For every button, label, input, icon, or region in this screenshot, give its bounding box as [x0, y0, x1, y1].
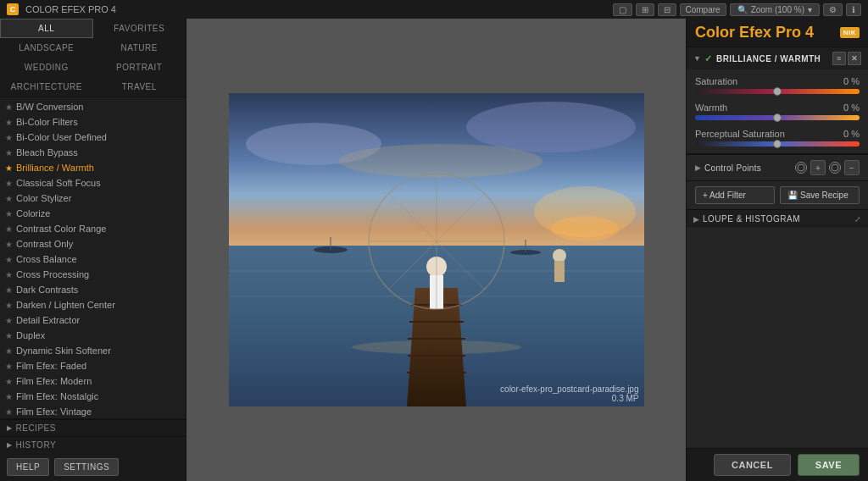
recipes-section[interactable]: ▶ RECIPES [0, 419, 186, 436]
saturation-label: Saturation [695, 76, 737, 86]
filter-item[interactable]: ★Colorize [0, 206, 186, 221]
help-button[interactable]: HELP [7, 458, 49, 476]
info-btn[interactable]: ℹ [846, 3, 861, 16]
main-layout: ALL FAVORITES LANDSCAPE NATURE WEDDING P… [0, 19, 868, 481]
filter-name: Darken / Lighten Center [16, 300, 115, 310]
filter-list: ★B/W Conversion★Bi-Color Filters★Bi-Colo… [0, 97, 186, 418]
filter-name: Colorize [16, 208, 50, 218]
perceptual-track[interactable] [695, 141, 860, 147]
control-points-section: ▶ Control Points + − [687, 154, 868, 180]
filter-item[interactable]: ★Bi-Color Filters [0, 114, 186, 130]
effect-menu-btn[interactable]: ≡ [832, 52, 846, 65]
filter-item[interactable]: ★Film Efex: Modern [0, 373, 186, 389]
filter-item[interactable]: ★Film Efex: Faded [0, 358, 186, 373]
perceptual-thumb[interactable] [773, 140, 782, 148]
app-icon: C [7, 3, 19, 15]
tab-architecture[interactable]: ARCHITECTURE [0, 77, 93, 97]
perceptual-slider-row: Perceptual Saturation 0 % [695, 129, 860, 147]
filter-item[interactable]: ★Brilliance / Warmth [0, 160, 186, 175]
photo-canvas[interactable]: color-efex-pro_postcard-paradise.jpg 0.3… [229, 93, 644, 406]
warmth-track[interactable] [695, 115, 860, 120]
cp-circle2-svg [831, 163, 839, 172]
filter-name: Classical Soft Focus [16, 178, 101, 188]
tab-travel[interactable]: TRAVEL [93, 77, 186, 97]
settings-icon-btn[interactable]: ⚙ [823, 3, 843, 16]
view-single-btn[interactable]: ▢ [613, 3, 632, 16]
filter-item[interactable]: ★Contrast Only [0, 236, 186, 252]
perceptual-label: Perceptual Saturation [695, 129, 785, 139]
filter-item[interactable]: ★Bleach Bypass [0, 145, 186, 160]
filter-tabs: ALL FAVORITES LANDSCAPE NATURE WEDDING P… [0, 19, 186, 97]
filter-item[interactable]: ★Dynamic Skin Softener [0, 343, 186, 358]
left-panel: ALL FAVORITES LANDSCAPE NATURE WEDDING P… [0, 19, 186, 481]
filter-item[interactable]: ★Film Efex: Nostalgic [0, 389, 186, 404]
loupe-header[interactable]: ▶ LOUPE & HISTOGRAM ⤢ [687, 210, 868, 228]
effect-header: ▼ ✓ BRILLIANCE / WARMTH ≡ ✕ [687, 47, 868, 69]
effect-enabled-icon[interactable]: ✓ [704, 53, 713, 64]
filter-star-icon: ★ [5, 118, 13, 127]
warmth-slider-row: Warmth 0 % [695, 102, 860, 120]
right-panel: Color Efex Pro 4 NIK ▼ ✓ BRILLIANCE / WA… [686, 19, 868, 481]
saturation-track[interactable] [695, 89, 860, 94]
tab-portrait[interactable]: PORTRAIT [93, 58, 186, 77]
filter-item[interactable]: ★Film Efex: Vintage [0, 404, 186, 418]
filter-item[interactable]: ★Cross Processing [0, 267, 186, 282]
tab-favorites[interactable]: FAVORITES [93, 19, 186, 38]
cancel-button[interactable]: CANCEL [714, 454, 791, 476]
tab-landscape[interactable]: LANDSCAPE [0, 38, 93, 58]
warmth-thumb[interactable] [773, 113, 782, 122]
filter-item[interactable]: ★Color Stylizer [0, 191, 186, 206]
view-grid-btn[interactable]: ⊟ [658, 3, 676, 16]
filter-star-icon: ★ [5, 163, 13, 173]
filter-item[interactable]: ★Detail Extractor [0, 312, 186, 328]
filter-item[interactable]: ★Darken / Lighten Center [0, 297, 186, 312]
effect-section: ▼ ✓ BRILLIANCE / WARMTH ≡ ✕ Saturation 0… [687, 47, 868, 154]
filter-star-icon: ★ [5, 285, 13, 295]
filter-item[interactable]: ★Cross Balance [0, 252, 186, 267]
filter-item[interactable]: ★B/W Conversion [0, 99, 186, 114]
effect-close-btn[interactable]: ✕ [848, 52, 861, 65]
compare-btn[interactable]: Compare [680, 3, 726, 16]
saturation-label-row: Saturation 0 % [695, 76, 860, 86]
filter-item[interactable]: ★Dark Contrasts [0, 282, 186, 297]
warmth-label-row: Warmth 0 % [695, 102, 860, 113]
filter-item[interactable]: ★Duplex [0, 328, 186, 343]
tab-wedding[interactable]: WEDDING [0, 58, 93, 77]
zoom-icon: 🔍 [737, 5, 748, 14]
filter-item[interactable]: ★Bi-Color User Defined [0, 130, 186, 145]
photo-svg [229, 93, 644, 406]
filter-name: Cross Processing [16, 269, 89, 279]
tab-nature[interactable]: NATURE [93, 38, 186, 58]
filter-name: Detail Extractor [16, 315, 80, 325]
filter-item[interactable]: ★Contrast Color Range [0, 221, 186, 236]
save-button[interactable]: SAVE [798, 454, 860, 476]
saturation-thumb[interactable] [773, 87, 782, 96]
bottom-buttons: HELP SETTINGS [0, 453, 186, 481]
svg-point-29 [798, 164, 804, 171]
filter-name: B/W Conversion [16, 102, 83, 112]
filter-name: Dark Contrasts [16, 285, 78, 295]
loupe-section: ▶ LOUPE & HISTOGRAM ⤢ [687, 209, 868, 329]
filter-item[interactable]: ★Classical Soft Focus [0, 175, 186, 191]
loupe-label: LOUPE & HISTOGRAM [703, 214, 854, 224]
zoom-chevron: ▾ [808, 5, 812, 14]
tab-all[interactable]: ALL [0, 19, 93, 38]
save-recipe-label: Save Recipe [800, 191, 849, 200]
filter-star-icon: ★ [5, 224, 13, 234]
filter-star-icon: ★ [5, 346, 13, 356]
add-filter-button[interactable]: + Add Filter [695, 186, 775, 204]
filter-name: Duplex [16, 330, 45, 340]
save-recipe-button[interactable]: 💾 Save Recipe [780, 186, 860, 204]
filter-name: Bi-Color User Defined [16, 132, 107, 142]
history-arrow-icon: ▶ [7, 441, 13, 449]
filter-star-icon: ★ [5, 209, 13, 218]
history-section[interactable]: ▶ HISTORY [0, 436, 186, 453]
view-split-btn[interactable]: ⊞ [636, 3, 654, 16]
app-name-text: Color Efex Pro [695, 24, 805, 41]
settings-button[interactable]: SETTINGS [54, 458, 119, 476]
toolbar: ▢ ⊞ ⊟ Compare 🔍 Zoom (100 %) ▾ ⚙ ℹ [613, 3, 862, 16]
cp-add-btn[interactable]: + [810, 160, 826, 175]
cp-remove-btn[interactable]: − [844, 160, 860, 175]
zoom-display: 🔍 Zoom (100 %) ▾ [730, 3, 820, 16]
saturation-value: 0 % [843, 76, 860, 86]
